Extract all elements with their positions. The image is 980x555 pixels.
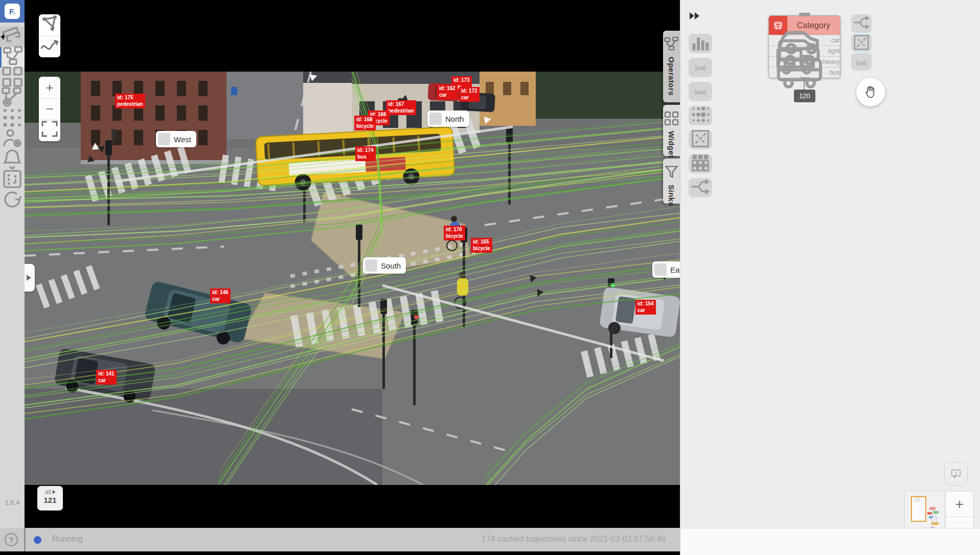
app-logo[interactable]: F. [0,0,25,23]
detection-tag: id: 162 car [437,84,458,99]
gate-tool-button[interactable] [39,14,60,36]
gate-label-east[interactable]: East [652,261,680,278]
detection-class: car [98,378,115,384]
detection-id: id: 165 [473,239,490,246]
gate-label-north[interactable]: North [427,110,469,127]
widget-chart-button[interactable] [689,34,712,53]
gate-name: East [670,265,680,274]
app-sidebar: F. [0,0,25,528]
sidebar-item-sessions[interactable] [0,190,25,211]
detection-tag: id: 165 bicycle [471,238,492,253]
tool-icon [39,34,60,57]
gate-name: West [174,135,191,144]
gate-name: North [445,115,464,123]
suggest-flow-button[interactable] [851,14,872,33]
gate-polygon-icon [365,259,377,272]
detection-tag: id: 175 pedestrian [115,94,145,108]
sidebar-item-cameras[interactable] [0,27,25,47]
app-version: 1.8.4 [0,499,25,506]
edge-connector-line [804,78,805,90]
detection-id: id: 141 [98,371,115,378]
suggest-value-button[interactable]: [val] [851,52,872,71]
widget-scatter-button[interactable] [689,130,712,149]
edge-count-badge[interactable]: 120 [794,90,815,102]
app-logo-letter: F. [5,4,20,19]
output-connector[interactable] [799,77,810,81]
collapse-panel-button[interactable] [690,10,703,21]
detection-class: bus [357,154,374,161]
detection-id: id: 175 [117,95,143,101]
zoom-in-button[interactable]: + [39,77,60,98]
hand-cursor [856,78,885,106]
detection-tag: id: 170 bicycle [444,226,465,240]
widget-value-button[interactable]: [val] [689,58,712,77]
detection-class: pedestrian [388,108,414,115]
tab-icon [663,163,680,182]
video-zoom-toolbar: + − [39,77,60,141]
widget-heatmap-button[interactable] [689,154,712,173]
count-filter-label: all [45,489,51,496]
panel-footer [680,528,980,555]
palette-icon [689,151,712,176]
detection-class: car [212,296,229,303]
suggestion-icon [851,32,872,55]
zoom-out-button[interactable]: − [39,98,60,120]
zoom-button-icon [39,118,60,141]
detection-id: id: 170 [446,227,463,233]
palette-icon: [val] [695,63,705,72]
widget-matrix-button[interactable] [689,106,712,125]
detection-id: id: 174 [357,147,374,154]
expand-drawer-tab[interactable] [25,264,35,292]
status-divider [24,528,26,551]
detection-class: bicycle [446,233,463,240]
cache-status-text: 174 cached trajectories since 2021-03-03… [482,535,666,544]
pipeline-editor-panel: [val] [stat] Category car [680,0,980,528]
detection-id: id: 154 [637,301,654,307]
video-canvas[interactable]: + − all 121 West North South [25,0,680,528]
tab-label: Operators [667,57,676,96]
help-button[interactable]: ? [5,533,18,546]
palette-icon [689,103,712,128]
minimap-zoom-in-button[interactable]: + [945,491,974,517]
category-node[interactable]: Category car light heavy bus [768,15,840,78]
gate-polygon-icon [654,263,667,276]
input-connector[interactable] [799,13,810,16]
zoom-button-label: − [45,101,53,117]
detection-tag: id: 168 bicycle [354,116,376,130]
tab-sinks[interactable]: Sinks [663,159,680,204]
double-arrow-icon [695,12,699,19]
feedback-button[interactable] [944,462,968,485]
running-status-text: Running [52,535,83,544]
zoom-button-label: + [45,80,53,96]
sidebar-icon [0,187,25,214]
tab-label: Widgets [667,131,676,163]
tab-widgets[interactable]: Widgets [663,105,680,156]
fit-view-button[interactable] [39,120,60,141]
category-row[interactable]: bus [769,67,840,78]
detection-tag: id: 172 car [459,87,480,102]
suggestion-icon: [val] [856,58,867,67]
double-arrow-icon [690,12,694,19]
gate-label-south[interactable]: South [363,257,406,274]
node-suggestions: [val] [851,14,872,71]
category-row-label: light [828,48,840,55]
gate-polygon-icon [429,113,442,125]
detection-tag: id: 146 car [210,288,231,303]
palette-icon [689,31,712,56]
detection-tag: id: 154 car [635,300,656,315]
expand-arrow-icon [53,490,55,494]
play-arrow-icon [27,275,31,281]
trajectory-tool-button[interactable] [39,36,60,57]
category-row-label: car [831,37,840,44]
widget-stat-button[interactable]: [stat] [689,82,712,101]
detection-class: bicycle [356,123,374,130]
widget-flow-button[interactable] [689,178,712,197]
detection-id: id: 168 [356,117,374,123]
detection-id: id: 146 [212,290,229,296]
trajectory-count-badge[interactable]: all 121 [37,486,63,510]
tab-operators[interactable]: Operators [663,31,680,102]
detection-class: car [461,95,477,101]
gate-label-west[interactable]: West [156,131,196,147]
category-row-label: bus [830,69,840,76]
suggest-scatter-button[interactable] [851,33,872,52]
